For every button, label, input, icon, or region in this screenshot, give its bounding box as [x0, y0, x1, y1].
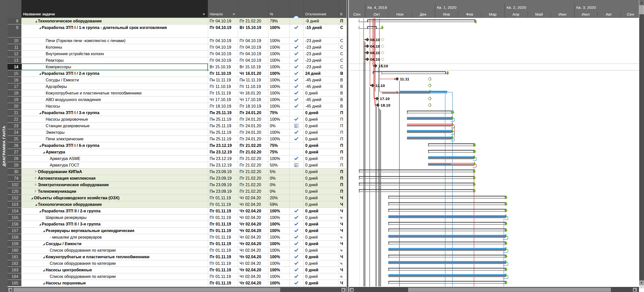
svg-text:Кв. 4, 2019: Кв. 4, 2019 — [367, 5, 387, 10]
svg-text:Июл: Июл — [582, 12, 589, 16]
svg-text:11.10: 11.10 — [375, 83, 385, 88]
svg-text:Ноя: Ноя — [396, 12, 403, 16]
svg-text:17.10: 17.10 — [380, 96, 390, 101]
svg-text:Июн: Июн — [558, 12, 566, 16]
svg-text:Авг: Авг — [606, 12, 612, 16]
svg-text:Фев: Фев — [466, 12, 473, 16]
svg-text:04.10: 04.10 — [370, 57, 380, 61]
svg-text:Окт: Окт — [373, 12, 380, 16]
svg-text:Дек: Дек — [420, 12, 426, 16]
svg-text:Сен: Сен — [627, 12, 634, 16]
svg-text:Май: Май — [535, 12, 543, 16]
svg-text:Кв. 2, 2020: Кв. 2, 2020 — [507, 5, 526, 10]
svg-text:Сен: Сен — [353, 12, 360, 16]
svg-text:Апр: Апр — [512, 12, 519, 16]
svg-text:18.10: 18.10 — [381, 103, 390, 107]
svg-text:04.10: 04.10 — [370, 44, 380, 48]
svg-text:Янв: Янв — [443, 12, 450, 16]
svg-text:04.10: 04.10 — [370, 51, 380, 55]
svg-text:04.10: 04.10 — [370, 38, 380, 42]
svg-text:Кв. 1, 2020: Кв. 1, 2020 — [437, 5, 457, 10]
svg-text:15.10: 15.10 — [378, 64, 388, 68]
svg-text:Кв. 3, 2020: Кв. 3, 2020 — [576, 5, 596, 10]
svg-text:11.11: 11.11 — [400, 77, 409, 81]
svg-text:Мар: Мар — [489, 12, 497, 16]
